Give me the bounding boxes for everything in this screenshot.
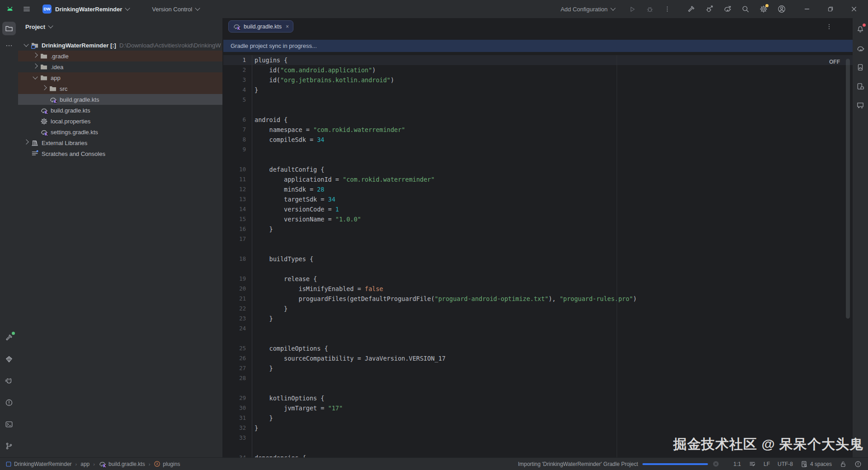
code-line[interactable]: 7 namespace = "com.rokid.waterreminder" bbox=[223, 125, 853, 135]
line-number[interactable]: 22 bbox=[223, 304, 246, 314]
tree-item-gradle[interactable]: .gradle bbox=[18, 51, 222, 61]
code-line[interactable]: 4} bbox=[223, 85, 853, 95]
code-text[interactable]: } bbox=[252, 413, 273, 423]
line-number[interactable]: 2 bbox=[223, 65, 246, 75]
line-number[interactable] bbox=[223, 334, 246, 343]
gradle-sync-icon[interactable] bbox=[723, 5, 731, 13]
close-icon[interactable] bbox=[847, 5, 861, 13]
line-number[interactable]: 26 bbox=[223, 353, 246, 363]
code-text[interactable]: applicationId = "com.rokid.waterreminder… bbox=[252, 174, 434, 184]
line-number[interactable]: 33 bbox=[223, 433, 246, 443]
code-line[interactable]: 12 minSdk = 28 bbox=[223, 184, 853, 194]
tree-item-src[interactable]: src bbox=[18, 83, 222, 94]
notifications-button[interactable] bbox=[854, 23, 867, 36]
code-line[interactable] bbox=[223, 244, 853, 254]
tree-item-app[interactable]: app bbox=[18, 72, 222, 83]
gradle-tool-window-button[interactable] bbox=[854, 42, 867, 55]
code-line[interactable]: 11 applicationId = "com.rokid.waterremin… bbox=[223, 174, 853, 184]
line-number[interactable]: 1 bbox=[223, 55, 246, 65]
error-circle-icon[interactable] bbox=[854, 461, 862, 468]
code-line[interactable] bbox=[223, 264, 853, 274]
code-line[interactable]: 32} bbox=[223, 423, 853, 433]
code-text[interactable]: compileSdk = 34 bbox=[252, 135, 324, 145]
code-text[interactable]: release { bbox=[252, 274, 317, 284]
code-line[interactable]: 22 } bbox=[223, 304, 853, 314]
line-number[interactable]: 5 bbox=[223, 95, 246, 105]
line-number[interactable]: 23 bbox=[223, 314, 246, 324]
code-text[interactable]: id("com.android.application") bbox=[252, 65, 376, 75]
line-number[interactable]: 7 bbox=[223, 125, 246, 135]
code-text[interactable]: isMinifyEnabled = false bbox=[252, 284, 383, 294]
tree-item-scratches-and-consoles[interactable]: Scratches and Consoles bbox=[18, 148, 222, 159]
chevron-down-icon[interactable] bbox=[22, 43, 31, 47]
chevron-right-icon[interactable] bbox=[22, 141, 31, 145]
editor-scrollbar[interactable] bbox=[846, 59, 850, 319]
tab-options-kebab-icon[interactable] bbox=[826, 23, 833, 30]
tree-item-drinkingwaterreminder[interactable]: DrinkingWaterReminder [:]D:\Download\Act… bbox=[18, 40, 222, 51]
code-line[interactable]: 9 bbox=[223, 145, 853, 155]
code-line[interactable]: 19 release { bbox=[223, 274, 853, 284]
indent-size-widget[interactable]: 4 spaces bbox=[801, 461, 832, 468]
code-line[interactable]: 24 bbox=[223, 324, 853, 334]
line-number[interactable]: 16 bbox=[223, 224, 246, 234]
code-line[interactable] bbox=[223, 105, 853, 115]
code-line[interactable]: 5 bbox=[223, 95, 853, 105]
line-number[interactable] bbox=[223, 383, 246, 393]
code-text[interactable]: } bbox=[252, 85, 258, 95]
line-number[interactable] bbox=[223, 264, 246, 274]
more-tool-windows-button[interactable] bbox=[2, 39, 16, 52]
code-text[interactable] bbox=[252, 234, 255, 244]
app-quality-insights-button[interactable] bbox=[2, 352, 16, 366]
search-icon[interactable] bbox=[741, 5, 750, 13]
code-line[interactable]: 15 versionName = "1.0.0" bbox=[223, 214, 853, 224]
tree-item-idea[interactable]: .idea bbox=[18, 61, 222, 72]
code-line[interactable]: 29 kotlinOptions { bbox=[223, 393, 853, 403]
tree-item-local-properties[interactable]: local.properties bbox=[18, 116, 222, 127]
caret-position[interactable]: 1:1 bbox=[733, 461, 741, 467]
maximize-icon[interactable] bbox=[824, 5, 837, 13]
code-editor[interactable]: 1plugins {2 id("com.android.application"… bbox=[223, 55, 853, 457]
line-number[interactable]: 20 bbox=[223, 284, 246, 294]
code-text[interactable]: } bbox=[252, 363, 273, 373]
code-text[interactable]: plugins { bbox=[252, 55, 288, 65]
chevron-right-icon[interactable] bbox=[31, 54, 40, 58]
line-number[interactable]: 13 bbox=[223, 194, 246, 204]
line-number[interactable]: 32 bbox=[223, 423, 246, 433]
line-number[interactable]: 24 bbox=[223, 324, 246, 334]
code-line[interactable]: 25 compileOptions { bbox=[223, 343, 853, 353]
chevron-right-icon[interactable] bbox=[40, 87, 49, 90]
line-number[interactable]: 12 bbox=[223, 184, 246, 194]
code-text[interactable]: versionName = "1.0.0" bbox=[252, 214, 361, 224]
code-line[interactable]: 20 isMinifyEnabled = false bbox=[223, 284, 853, 294]
code-text[interactable] bbox=[252, 334, 255, 343]
code-text[interactable]: defaultConfig { bbox=[252, 164, 324, 174]
line-number[interactable]: 6 bbox=[223, 115, 246, 125]
code-line[interactable]: 13 targetSdk = 34 bbox=[223, 194, 853, 204]
line-number[interactable] bbox=[223, 244, 246, 254]
breadcrumb-item-drinkingwaterreminder[interactable]: DrinkingWaterReminder bbox=[5, 461, 72, 467]
code-text[interactable]: namespace = "com.rokid.waterreminder" bbox=[252, 125, 405, 135]
debug-icon[interactable] bbox=[646, 5, 654, 13]
code-line[interactable]: 21 proguardFiles(getDefaultProguardFile(… bbox=[223, 294, 853, 304]
project-tool-window-button[interactable] bbox=[2, 22, 16, 35]
line-number[interactable]: 9 bbox=[223, 145, 246, 155]
settings-gear-icon[interactable] bbox=[760, 5, 768, 13]
code-line[interactable]: 30 jvmTarget = "17" bbox=[223, 403, 853, 413]
code-text[interactable] bbox=[252, 244, 255, 254]
run-icon[interactable] bbox=[628, 5, 636, 13]
code-line[interactable]: 16 } bbox=[223, 224, 853, 234]
kebab-icon[interactable] bbox=[664, 5, 671, 13]
chevron-right-icon[interactable] bbox=[31, 65, 40, 69]
tree-item-settings-gradle-kts[interactable]: Ksettings.gradle.kts bbox=[18, 127, 222, 137]
line-number[interactable]: 17 bbox=[223, 234, 246, 244]
cancel-progress-icon[interactable] bbox=[712, 461, 719, 467]
line-number[interactable]: 11 bbox=[223, 174, 246, 184]
tab-close-icon[interactable]: × bbox=[286, 24, 289, 30]
highlighting-off-label[interactable]: OFF bbox=[829, 59, 840, 65]
code-text[interactable] bbox=[252, 105, 255, 115]
project-panel-header[interactable]: Project bbox=[18, 18, 222, 35]
unlock-icon[interactable] bbox=[840, 461, 847, 468]
breadcrumb-item-build-gradle-kts[interactable]: Kbuild.gradle.kts bbox=[99, 460, 145, 468]
code-line[interactable]: 6android { bbox=[223, 115, 853, 125]
code-text[interactable]: } bbox=[252, 224, 273, 234]
